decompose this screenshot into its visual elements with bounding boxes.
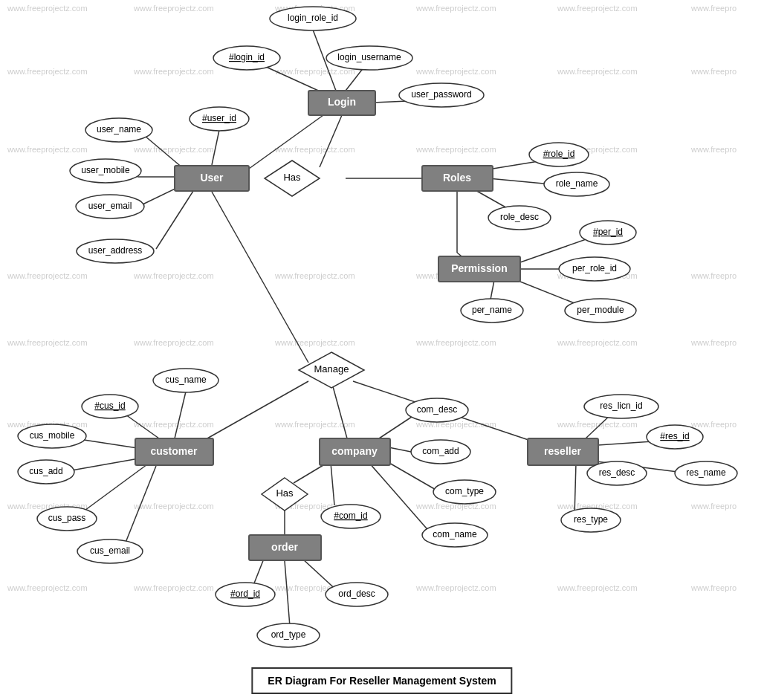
watermark: www.freeprojectz.com — [133, 420, 214, 429]
svg-text:role_name: role_name — [556, 178, 598, 189]
watermark: www.freeprojectz.com — [415, 583, 496, 592]
entity-roles: Roles — [422, 166, 493, 191]
attr-role-id: #role_id — [529, 143, 589, 166]
watermark: www.freeprojectz.com — [133, 338, 214, 347]
watermark: www.freeprojectz.com — [133, 583, 214, 592]
svg-text:User: User — [200, 172, 224, 184]
attr-res-name: res_name — [675, 461, 737, 485]
svg-line-5 — [320, 115, 342, 167]
svg-text:#cus_id: #cus_id — [94, 401, 125, 411]
svg-text:ord_type: ord_type — [271, 629, 306, 640]
attr-user-email: user_email — [76, 195, 144, 218]
entity-customer: customer — [135, 438, 213, 465]
watermark: www.freeprojectz.com — [133, 502, 214, 511]
watermark: www.freepro — [690, 271, 737, 280]
attr-cus-name: cus_name — [153, 369, 218, 392]
entity-company: company — [320, 438, 390, 465]
svg-text:cus_name: cus_name — [165, 375, 207, 385]
watermark: www.freeprojectz.com — [7, 271, 88, 280]
svg-text:#res_id: #res_id — [660, 431, 689, 441]
svg-line-23 — [331, 381, 347, 438]
attr-login-username: login_username — [326, 46, 412, 70]
svg-text:Login: Login — [328, 96, 356, 108]
svg-line-41 — [294, 463, 327, 483]
svg-text:#ord_id: #ord_id — [230, 589, 260, 599]
svg-line-25 — [175, 392, 186, 438]
watermark: www.freeprojectz.com — [274, 67, 355, 76]
svg-text:user_address: user_address — [88, 245, 143, 256]
relationship-has1: Has — [265, 161, 320, 196]
watermark: www.freeprojectz.com — [133, 145, 214, 154]
svg-text:order: order — [271, 541, 298, 553]
svg-text:user_name: user_name — [97, 124, 141, 135]
attr-res-licn-id: res_licn_id — [584, 395, 658, 418]
svg-text:#com_id: #com_id — [334, 511, 367, 521]
attr-com-add: com_add — [411, 440, 470, 464]
watermark: www.freeprojectz.com — [7, 67, 88, 76]
svg-line-19 — [491, 280, 494, 299]
watermark: www.freeprojectz.com — [133, 67, 214, 76]
attr-per-module: per_module — [565, 299, 636, 323]
attr-com-type: com_type — [433, 480, 496, 504]
watermark: www.freepro — [690, 338, 737, 347]
svg-text:user_mobile: user_mobile — [81, 165, 130, 175]
attr-ord-desc: ord_desc — [326, 583, 388, 606]
watermark: www.freepro — [690, 4, 737, 13]
svg-text:per_module: per_module — [577, 305, 624, 315]
attr-com-id: #com_id — [321, 505, 381, 528]
attr-res-type: res_type — [561, 508, 621, 532]
svg-line-34 — [369, 462, 431, 534]
entity-login: Login — [308, 91, 375, 115]
attr-user-id: #user_id — [190, 107, 249, 131]
watermark: www.freeprojectz.com — [133, 4, 214, 13]
attr-login-role-id: login_role_id — [270, 7, 356, 30]
watermark: www.freeprojectz.com — [557, 67, 638, 76]
attr-cus-add: cus_add — [18, 460, 74, 484]
watermark: www.freeprojectz.com — [274, 271, 355, 280]
svg-text:role_desc: role_desc — [500, 212, 539, 222]
svg-text:Has: Has — [283, 172, 301, 183]
svg-text:res_type: res_type — [574, 514, 608, 525]
watermark: www.freeprojectz.com — [557, 338, 638, 347]
attr-res-desc: res_desc — [587, 461, 647, 485]
svg-text:Has: Has — [276, 487, 294, 499]
svg-text:res_desc: res_desc — [599, 467, 635, 478]
watermark: www.freepro — [690, 145, 737, 154]
svg-text:#per_id: #per_id — [593, 227, 623, 237]
watermark: www.freeprojectz.com — [415, 338, 496, 347]
attr-per-id: #per_id — [580, 221, 636, 244]
svg-line-13 — [488, 178, 551, 184]
svg-text:cus_email: cus_email — [90, 545, 130, 556]
entity-permission: Permission — [438, 256, 520, 282]
svg-text:Permission: Permission — [451, 262, 507, 274]
svg-text:#role_id: #role_id — [543, 149, 575, 159]
svg-text:com_name: com_name — [433, 529, 477, 539]
attr-com-desc: com_desc — [406, 398, 468, 422]
svg-text:com_desc: com_desc — [417, 404, 458, 415]
svg-text:user_email: user_email — [88, 201, 132, 211]
attr-role-name: role_name — [544, 172, 609, 196]
svg-text:com_add: com_add — [422, 446, 459, 456]
entity-reseller: reseller — [528, 438, 598, 465]
relationship-manage: Manage — [299, 352, 364, 388]
svg-text:per_name: per_name — [472, 305, 512, 315]
attr-cus-id: #cus_id — [82, 395, 138, 418]
watermark: www.freeprojectz.com — [557, 583, 638, 592]
svg-text:Manage: Manage — [314, 363, 349, 375]
watermark: www.freeprojectz.com — [415, 145, 496, 154]
watermark: www.freeprojectz.com — [7, 583, 88, 592]
attr-user-mobile: user_mobile — [70, 159, 141, 183]
svg-text:#login_id: #login_id — [229, 52, 265, 62]
svg-line-22 — [201, 381, 308, 442]
svg-text:cus_mobile: cus_mobile — [30, 430, 75, 441]
svg-text:cus_add: cus_add — [29, 466, 62, 476]
diagram-container: www.freeprojectz.com www.freeprojectz.co… — [0, 0, 764, 700]
svg-text:Roles: Roles — [443, 172, 471, 184]
attr-ord-id: #ord_id — [216, 583, 275, 606]
attr-user-password: user_password — [399, 83, 484, 107]
watermark: www.freeprojectz.com — [415, 4, 496, 13]
svg-text:com_type: com_type — [445, 486, 484, 496]
svg-text:login_role_id: login_role_id — [288, 13, 338, 23]
svg-text:#user_id: #user_id — [202, 113, 236, 123]
svg-text:cus_pass: cus_pass — [48, 513, 86, 523]
